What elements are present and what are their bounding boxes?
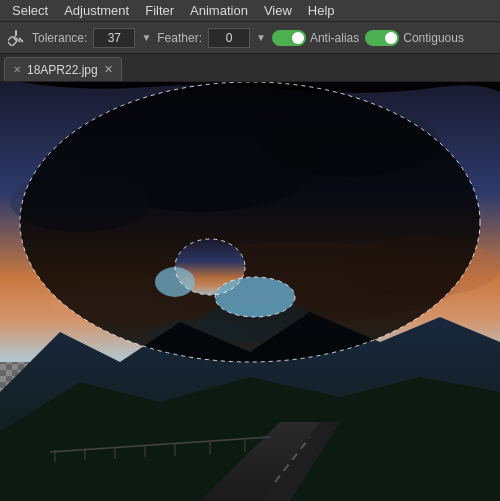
menu-adjustment[interactable]: Adjustment [56, 1, 137, 20]
anti-alias-label: Anti-alias [310, 31, 359, 45]
wand-tool-icon [6, 28, 26, 48]
feather-dropdown-icon[interactable]: ▼ [256, 32, 266, 43]
menu-view[interactable]: View [256, 1, 300, 20]
menu-animation[interactable]: Animation [182, 1, 256, 20]
canvas-area [0, 82, 500, 501]
menu-select[interactable]: Select [4, 1, 56, 20]
tab-close-icon[interactable]: ✕ [13, 64, 21, 75]
menu-help[interactable]: Help [300, 1, 343, 20]
tolerance-label: Tolerance: [32, 31, 87, 45]
svg-rect-0 [15, 30, 17, 36]
contiguous-label: Contiguous [403, 31, 464, 45]
svg-point-27 [20, 82, 480, 362]
tab-bar: ✕ 18APR22.jpg ✕ [0, 54, 500, 82]
contiguous-toggle[interactable] [365, 30, 399, 46]
tolerance-dropdown-icon[interactable]: ▼ [141, 32, 151, 43]
tab-close-button[interactable]: ✕ [104, 63, 113, 76]
toolbar: Tolerance: ▼ Feather: ▼ Anti-alias Conti… [0, 22, 500, 54]
feather-label: Feather: [157, 31, 202, 45]
anti-alias-toggle[interactable] [272, 30, 306, 46]
canvas-image [0, 82, 500, 501]
tolerance-input[interactable] [93, 28, 135, 48]
tab-filename: 18APR22.jpg [27, 63, 98, 77]
anti-alias-group: Anti-alias [272, 30, 359, 46]
contiguous-group: Contiguous [365, 30, 464, 46]
document-tab[interactable]: ✕ 18APR22.jpg ✕ [4, 57, 122, 81]
menu-filter[interactable]: Filter [137, 1, 182, 20]
menu-bar: Select Adjustment Filter Animation View … [0, 0, 500, 22]
feather-input[interactable] [208, 28, 250, 48]
svg-point-30 [155, 267, 195, 297]
